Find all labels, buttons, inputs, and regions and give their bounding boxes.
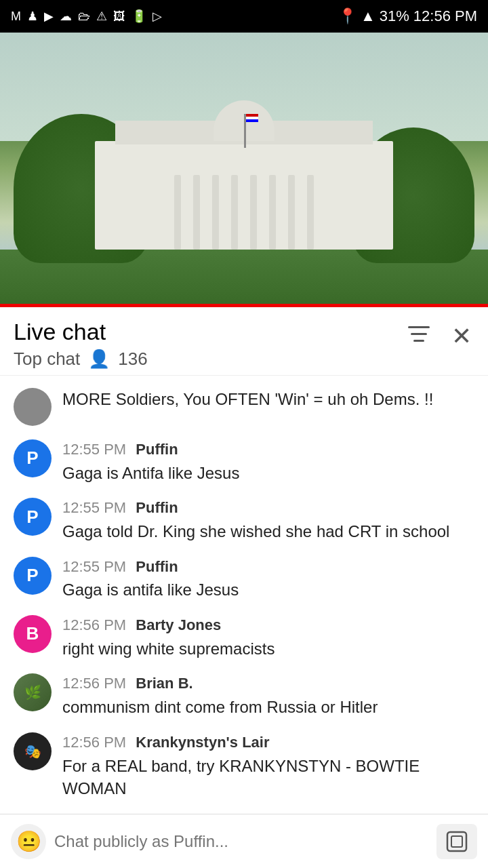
wifi-icon: ▲ xyxy=(361,7,375,25)
chat-message: MORE Soldiers, You OFTEN 'Win' = uh oh D… xyxy=(0,381,488,433)
avatar: P xyxy=(14,498,52,536)
username: Brian B. xyxy=(136,675,192,692)
white-house-building xyxy=(95,141,393,250)
status-left-icons: M ♟ ▶ ☁ 🗁 ⚠ 🖼 🔋 ▷ xyxy=(11,9,163,24)
message-content: 12:56 PM Barty Jones right wing white su… xyxy=(62,615,474,660)
notification-icons: M ♟ ▶ ☁ 🗁 ⚠ 🖼 🔋 ▷ xyxy=(11,9,163,24)
message-meta: 12:55 PM Puffin xyxy=(62,557,474,578)
avatar: 🎭 xyxy=(14,732,52,770)
chat-input[interactable] xyxy=(54,824,428,859)
chat-message: B 12:56 PM Barty Jones right wing white … xyxy=(0,608,488,667)
svg-rect-4 xyxy=(451,836,462,847)
close-button[interactable]: ✕ xyxy=(449,319,474,353)
username: Barty Jones xyxy=(136,616,221,633)
svg-rect-1 xyxy=(411,333,427,335)
message-time: 12:55 PM xyxy=(62,558,126,575)
message-content: MORE Soldiers, You OFTEN 'Win' = uh oh D… xyxy=(62,388,474,411)
username: Puffin xyxy=(136,441,178,458)
header-icons: ✕ xyxy=(405,319,474,353)
message-text: right wing white supremacists xyxy=(62,637,474,660)
chat-message: 🎭 12:56 PM Krankynstyn's Lair For a REAL… xyxy=(0,726,488,807)
message-meta: 12:56 PM Brian B. xyxy=(62,673,474,694)
flag-pole xyxy=(244,114,246,148)
svg-rect-2 xyxy=(413,340,424,342)
message-text: Gaga told Dr. King she wished she had CR… xyxy=(62,520,474,543)
location-icon: 📍 xyxy=(338,7,357,25)
message-time: 12:56 PM xyxy=(62,616,126,633)
svg-rect-0 xyxy=(408,326,430,328)
battery-text: 31% xyxy=(380,7,409,25)
chat-messages-list: MORE Soldiers, You OFTEN 'Win' = uh oh D… xyxy=(0,376,488,868)
username: Puffin xyxy=(136,499,178,516)
message-text: communism dint come from Russia or Hitle… xyxy=(62,696,474,719)
message-content: 12:55 PM Puffin Gaga is Antifa like Jesu… xyxy=(62,439,474,484)
message-time: 12:56 PM xyxy=(62,734,126,751)
message-text: MORE Soldiers, You OFTEN 'Win' = uh oh D… xyxy=(62,388,474,411)
people-icon: 👤 xyxy=(88,349,110,370)
status-right-info: 📍 ▲ 31% 12:56 PM xyxy=(338,7,477,25)
username: Puffin xyxy=(136,558,178,575)
time-display: 12:56 PM xyxy=(413,7,477,25)
message-time: 12:55 PM xyxy=(62,499,126,516)
message-time: 12:56 PM xyxy=(62,675,126,692)
chat-message: P 12:55 PM Puffin Gaga is antifa like Je… xyxy=(0,550,488,608)
message-meta: 12:56 PM Krankynstyn's Lair xyxy=(62,732,474,753)
svg-rect-3 xyxy=(447,832,466,851)
message-time: 12:55 PM xyxy=(62,441,126,458)
avatar: P xyxy=(14,439,52,477)
message-content: 12:55 PM Puffin Gaga told Dr. King she w… xyxy=(62,498,474,542)
message-text: Gaga is antifa like Jesus xyxy=(62,578,474,601)
emoji-icon: 😐 xyxy=(16,829,41,853)
message-content: 12:56 PM Krankynstyn's Lair For a REAL b… xyxy=(62,732,474,800)
message-content: 12:56 PM Brian B. communism dint come fr… xyxy=(62,673,474,718)
video-player[interactable] xyxy=(0,33,488,304)
send-button[interactable] xyxy=(436,824,477,859)
avatar: 🌿 xyxy=(14,673,52,711)
top-chat-label[interactable]: Top chat xyxy=(14,349,80,370)
message-meta: 12:56 PM Barty Jones xyxy=(62,615,474,636)
avatar: B xyxy=(14,615,52,653)
chat-message: P 12:55 PM Puffin Gaga is Antifa like Je… xyxy=(0,433,488,491)
chat-input-bar: 😐 xyxy=(0,814,488,868)
username: Krankynstyn's Lair xyxy=(136,734,269,751)
chat-message: 🌿 12:56 PM Brian B. communism dint come … xyxy=(0,667,488,725)
filter-button[interactable] xyxy=(405,321,432,352)
avatar: P xyxy=(14,557,52,595)
message-text: Gaga is Antifa like Jesus xyxy=(62,462,474,485)
chat-header: Live chat Top chat 👤 136 ✕ xyxy=(0,307,488,376)
chat-panel: Live chat Top chat 👤 136 ✕ MORE Soldiers… xyxy=(0,307,488,868)
emoji-button[interactable]: 😐 xyxy=(11,824,46,859)
viewer-count: 136 xyxy=(118,349,147,370)
message-meta: 12:55 PM Puffin xyxy=(62,439,474,460)
flag xyxy=(246,114,258,122)
message-content: 12:55 PM Puffin Gaga is antifa like Jesu… xyxy=(62,557,474,601)
message-text: For a REAL band, try KRANKYNSTYN - BOWTI… xyxy=(62,755,474,800)
message-meta: 12:55 PM Puffin xyxy=(62,498,474,519)
chat-message: P 12:55 PM Puffin Gaga told Dr. King she… xyxy=(0,491,488,549)
avatar xyxy=(14,388,52,426)
status-bar: M ♟ ▶ ☁ 🗁 ⚠ 🖼 🔋 ▷ 📍 ▲ 31% 12:56 PM xyxy=(0,0,488,33)
